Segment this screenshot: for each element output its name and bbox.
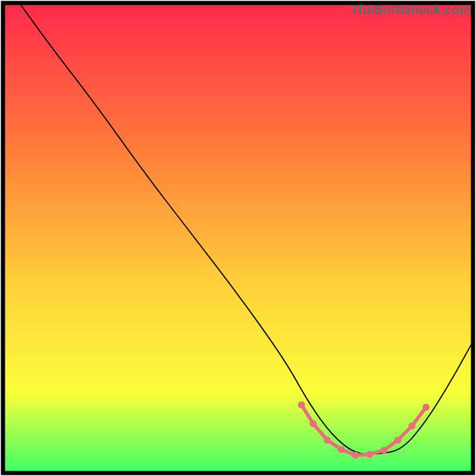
- bottleneck-chart: [0, 0, 476, 476]
- highlight-dot: [324, 437, 331, 444]
- watermark-text: TheBottleneck.com: [350, 2, 471, 18]
- chart-background-gradient: [3, 3, 473, 473]
- highlight-dot: [338, 446, 345, 453]
- highlight-dot: [422, 403, 430, 411]
- highlight-dot: [380, 447, 387, 454]
- highlight-dot: [394, 437, 402, 444]
- highlight-dot: [366, 450, 373, 458]
- highlight-dot: [309, 420, 317, 427]
- highlight-dot: [298, 401, 305, 408]
- chart-container: TheBottleneck.com: [0, 0, 476, 476]
- highlight-dot: [352, 452, 359, 459]
- highlight-dot: [408, 422, 415, 430]
